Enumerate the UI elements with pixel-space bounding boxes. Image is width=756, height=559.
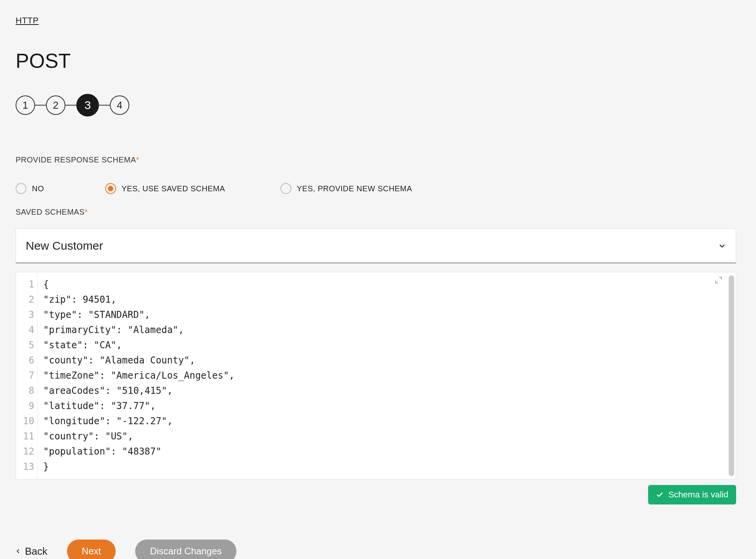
step-connector [99,105,110,106]
radio-no-label: NO [32,184,44,193]
radio-new-label: YES, PROVIDE NEW SCHEMA [297,184,412,193]
line-numbers: 12345678910111213 [16,272,38,479]
radio-icon [280,183,291,194]
schema-valid-badge: Schema is valid [648,485,736,504]
back-button[interactable]: Back [16,545,48,557]
radio-icon [105,183,116,194]
required-indicator: * [85,208,88,216]
step-2[interactable]: 2 [46,95,65,115]
scrollbar[interactable] [729,275,734,476]
breadcrumb[interactable]: HTTP [16,16,39,25]
next-button[interactable]: Next [67,540,116,559]
radio-use-saved-label: YES, USE SAVED SCHEMA [122,184,225,193]
code-content[interactable]: {"zip": 94501,"type": "STANDARD","primar… [38,272,736,479]
discard-button[interactable]: Discard Changes [135,540,236,559]
chevron-down-icon [718,242,726,250]
step-connector [35,105,46,106]
chevron-left-icon [16,547,21,555]
radio-new-schema[interactable]: YES, PROVIDE NEW SCHEMA [280,183,412,194]
step-1[interactable]: 1 [16,95,35,115]
response-schema-label: PROVIDE RESPONSE SCHEMA* [16,155,740,164]
page-title: POST [16,49,740,72]
step-indicator: 1 2 3 4 [16,94,740,116]
radio-use-saved[interactable]: YES, USE SAVED SCHEMA [105,183,280,194]
radio-no[interactable]: NO [16,183,105,194]
step-connector [65,105,76,106]
radio-icon [16,183,26,194]
saved-schemas-label: SAVED SCHEMAS* [16,208,740,217]
saved-schemas-select[interactable]: New Customer [16,228,736,263]
expand-icon[interactable] [715,276,723,286]
check-icon [656,491,664,499]
required-indicator: * [136,155,139,164]
select-value: New Customer [26,239,103,252]
step-4[interactable]: 4 [110,95,129,115]
step-3[interactable]: 3 [76,94,99,116]
schema-editor[interactable]: 12345678910111213 {"zip": 94501,"type": … [16,272,736,480]
